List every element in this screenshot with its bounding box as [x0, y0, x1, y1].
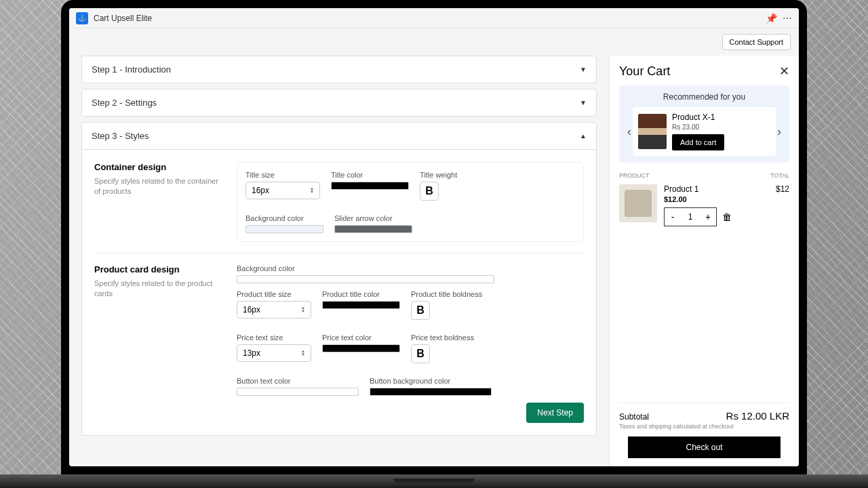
- price-color-label: Price text color: [322, 333, 400, 342]
- bg-color-label: Background color: [245, 214, 323, 222]
- chevron-up-icon: ▲: [580, 132, 587, 140]
- price-size-select[interactable]: 13px ▲▼: [237, 344, 311, 362]
- price-bold-label: Price text boldness: [411, 333, 474, 342]
- ptitle-size-label: Product title size: [237, 290, 311, 298]
- reco-title: Recommended for you: [626, 92, 783, 102]
- price-color-swatch[interactable]: [322, 344, 400, 352]
- chevron-down-icon: ▼: [580, 99, 587, 106]
- title-color-swatch[interactable]: [331, 182, 409, 190]
- ptitle-size-select[interactable]: 16px ▲▼: [237, 301, 311, 319]
- qty-value: 1: [681, 212, 700, 222]
- card-bg-swatch[interactable]: [237, 275, 494, 283]
- pin-icon[interactable]: 📌: [766, 13, 777, 24]
- select-arrows-icon: ▲▼: [301, 306, 305, 313]
- chevron-down-icon: ▼: [580, 66, 587, 73]
- item-image: [619, 184, 657, 222]
- config-panel: Step 1 - Introduction ▼ Step 2 - Setting…: [69, 56, 609, 466]
- title-color-label: Title color: [331, 171, 409, 179]
- reco-card: Product X-1 Rs 23.00 Add to cart: [633, 107, 776, 156]
- card-bg-label: Background color: [237, 264, 584, 272]
- reco-product-image: [638, 114, 667, 149]
- carousel-next-icon[interactable]: ›: [776, 125, 783, 139]
- qty-plus-button[interactable]: +: [700, 208, 716, 226]
- topbar: ⚓ Cart Upsell Elite 📌 ⋯: [69, 8, 799, 28]
- select-arrows-icon: ▲▼: [301, 350, 305, 357]
- qty-minus-button[interactable]: -: [665, 208, 681, 226]
- title-weight-bold-button[interactable]: B: [420, 182, 439, 201]
- step-2-label: Step 2 - Settings: [92, 98, 157, 108]
- btn-text-color-label: Button text color: [237, 377, 359, 385]
- step-1-row[interactable]: Step 1 - Introduction ▼: [81, 56, 597, 83]
- item-name: Product 1: [664, 184, 769, 194]
- contact-support-button[interactable]: Contact Support: [722, 34, 791, 50]
- price-bold-button[interactable]: B: [411, 344, 430, 363]
- next-step-button[interactable]: Next Step: [526, 403, 584, 423]
- step-1-label: Step 1 - Introduction: [92, 64, 171, 75]
- trash-icon[interactable]: 🗑: [722, 211, 732, 222]
- slider-arrow-label: Slider arrow color: [334, 214, 412, 222]
- add-to-cart-button[interactable]: Add to cart: [672, 134, 724, 150]
- btn-bg-swatch[interactable]: [370, 388, 492, 396]
- more-icon[interactable]: ⋯: [783, 13, 792, 24]
- item-price: $12.00: [664, 195, 769, 203]
- subtotal-label: Subtotal: [619, 412, 649, 422]
- slider-arrow-swatch[interactable]: [334, 225, 412, 233]
- app-icon: ⚓: [76, 12, 88, 24]
- col-total: TOTAL: [770, 172, 789, 179]
- cart-item: Product 1 $12.00 - 1 + 🗑 $12: [619, 184, 789, 226]
- title-size-select[interactable]: 16px ▲▼: [245, 182, 320, 199]
- ptitle-bold-button[interactable]: B: [411, 301, 430, 320]
- product-card-desc: Specify styles related to the product ca…: [94, 279, 223, 300]
- close-icon[interactable]: ✕: [779, 64, 789, 79]
- app-title: Cart Upsell Elite: [94, 14, 152, 23]
- cart-title: Your Cart: [619, 64, 670, 79]
- ptitle-color-label: Product title color: [322, 290, 400, 298]
- bg-color-swatch[interactable]: [245, 225, 323, 233]
- step-3-row[interactable]: Step 3 - Styles ▲: [81, 122, 597, 150]
- title-size-label: Title size: [245, 171, 320, 179]
- reco-product-name: Product X-1: [672, 113, 770, 122]
- carousel-prev-icon[interactable]: ‹: [626, 125, 633, 139]
- reco-product-price: Rs 23.00: [672, 123, 770, 131]
- subtotal-amount: Rs 12.00 LKR: [726, 410, 789, 422]
- btn-text-color-swatch[interactable]: [237, 388, 359, 396]
- ptitle-color-swatch[interactable]: [322, 301, 400, 309]
- step-3-content: Container design Specify styles related …: [81, 150, 597, 436]
- cart-panel: Your Cart ✕ Recommended for you ‹ Produc…: [609, 56, 799, 466]
- container-design-title: Container design: [94, 162, 223, 172]
- select-arrows-icon: ▲▼: [310, 187, 314, 194]
- step-3-label: Step 3 - Styles: [92, 131, 149, 141]
- price-size-label: Price text size: [237, 333, 311, 342]
- btn-bg-label: Button background color: [370, 377, 492, 385]
- title-weight-label: Title weight: [420, 171, 457, 179]
- product-card-title: Product card design: [94, 264, 223, 274]
- checkout-button[interactable]: Check out: [628, 436, 781, 458]
- tax-note: Taxes and shipping calculated at checkou…: [619, 423, 789, 430]
- step-2-row[interactable]: Step 2 - Settings ▼: [81, 89, 597, 117]
- recommendation-box: Recommended for you ‹ Product X-1 Rs 23.…: [619, 85, 789, 163]
- container-design-desc: Specify styles related to the container …: [94, 176, 223, 197]
- quantity-stepper: - 1 +: [664, 207, 717, 226]
- col-product: PRODUCT: [619, 172, 650, 179]
- item-total: $12: [776, 184, 789, 194]
- ptitle-bold-label: Product title boldness: [411, 290, 482, 298]
